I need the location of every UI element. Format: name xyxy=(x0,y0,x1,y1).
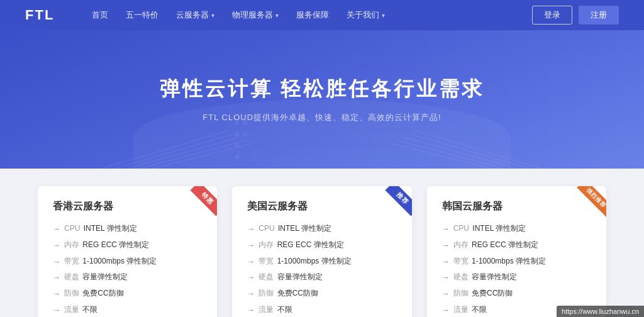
feature-text: 内存 REG ECC 弹性制定 xyxy=(64,240,149,250)
feature-cpu-hk: → CPU INTEL 弹性制定 xyxy=(53,223,202,235)
feature-text: 带宽 1-1000mbps 弹性制定 xyxy=(453,256,546,267)
badge-label-kr: 强烈推荐 xyxy=(577,186,606,218)
nav-logo[interactable]: FTL xyxy=(25,7,54,23)
url-bar: https://www.liuzhanwu.cn xyxy=(557,306,644,317)
feature-ram-us: → 内存 REG ECC 弹性制定 xyxy=(247,240,396,251)
feature-text: 流量 不限 xyxy=(453,304,487,315)
nav-item-about[interactable]: 关于我们 ▾ xyxy=(347,9,385,21)
card-kr: 强烈推荐 韩国云服务器 → CPU INTEL 弹性制定 → 内存 REG EC… xyxy=(427,186,606,317)
feature-text: 带宽 1-1000mbps 弹性制定 xyxy=(64,256,157,267)
feature-text: CPU INTEL 弹性制定 xyxy=(453,223,526,234)
card-hk: 特惠 香港云服务器 → CPU INTEL 弹性制定 → 内存 REG ECC … xyxy=(38,186,217,317)
svg-point-17 xyxy=(243,132,247,136)
arrow-icon: → xyxy=(442,240,450,251)
card-features-kr: → CPU INTEL 弹性制定 → 内存 REG ECC 弹性制定 → 带宽 … xyxy=(442,223,591,317)
card-badge-kr: 强烈推荐 xyxy=(569,186,606,224)
arrow-icon: → xyxy=(442,224,450,235)
nav-item-cloud[interactable]: 云服务器 ▾ xyxy=(176,9,214,21)
navbar: FTL 首页 五一特价 云服务器 ▾ 物理服务器 ▾ 服务保障 关于我们 ▾ 登… xyxy=(0,0,644,30)
nav-item-support[interactable]: 服务保障 xyxy=(296,9,329,21)
feature-text: 内存 REG ECC 弹性制定 xyxy=(258,240,343,250)
feature-bandwidth-us: → 带宽 1-1000mbps 弹性制定 xyxy=(247,256,396,267)
feature-text: 流量 不限 xyxy=(258,304,292,315)
arrow-icon: → xyxy=(53,289,60,299)
arrow-icon: → xyxy=(247,257,255,267)
feature-text: 防御 免费CC防御 xyxy=(453,288,513,299)
arrow-icon: → xyxy=(442,272,450,283)
feature-text: CPU INTEL 弹性制定 xyxy=(64,223,137,234)
arrow-icon: → xyxy=(53,224,60,235)
svg-rect-13 xyxy=(228,152,416,161)
badge-label-us: 推荐 xyxy=(385,186,412,216)
nav-buttons: 登录 注册 xyxy=(532,6,619,25)
feature-cpu-us: → CPU INTEL 弹性制定 xyxy=(247,223,396,235)
nav-item-sale[interactable]: 五一特价 xyxy=(126,9,158,21)
arrow-icon: → xyxy=(442,257,450,267)
feature-ddos-kr: → 防御 免费CC防御 xyxy=(442,288,591,299)
arrow-icon: → xyxy=(53,305,60,316)
cards-section: 特惠 香港云服务器 → CPU INTEL 弹性制定 → 内存 REG ECC … xyxy=(0,169,644,317)
feature-ddos-us: → 防御 免费CC防御 xyxy=(247,288,396,299)
feature-disk-kr: → 硬盘 容量弹性制定 xyxy=(442,272,591,283)
feature-ram-kr: → 内存 REG ECC 弹性制定 xyxy=(442,240,591,251)
badge-label-hk: 特惠 xyxy=(191,186,218,216)
svg-rect-12 xyxy=(228,141,416,150)
feature-traffic-us: → 流量 不限 xyxy=(247,304,396,316)
feature-bandwidth-hk: → 带宽 1-1000mbps 弹性制定 xyxy=(53,256,202,267)
chevron-down-icon: ▾ xyxy=(275,12,279,19)
nav-links: 首页 五一特价 云服务器 ▾ 物理服务器 ▾ 服务保障 关于我们 ▾ xyxy=(92,9,532,21)
card-features-hk: → CPU INTEL 弹性制定 → 内存 REG ECC 弹性制定 → 带宽 … xyxy=(53,223,202,317)
card-badge-hk: 特惠 xyxy=(179,186,217,224)
login-button[interactable]: 登录 xyxy=(532,6,572,25)
svg-line-0 xyxy=(102,131,228,169)
feature-traffic-hk: → 流量 不限 xyxy=(53,304,202,316)
svg-line-7 xyxy=(404,137,517,169)
svg-rect-11 xyxy=(228,130,416,138)
feature-bandwidth-kr: → 带宽 1-1000mbps 弹性制定 xyxy=(442,256,591,267)
svg-line-2 xyxy=(127,137,240,169)
feature-text: CPU INTEL 弹性制定 xyxy=(258,223,331,234)
hero-title: 弹性云计算 轻松胜任各行业需求 xyxy=(160,75,485,103)
card-features-us: → CPU INTEL 弹性制定 → 内存 REG ECC 弹性制定 → 带宽 … xyxy=(247,223,396,317)
feature-text: 硬盘 容量弹性制定 xyxy=(453,272,517,282)
svg-point-19 xyxy=(235,155,239,158)
feature-text: 硬盘 容量弹性制定 xyxy=(64,272,128,282)
hero-section: 弹性云计算 轻松胜任各行业需求 FTL CLOUD提供海外卓越、快速、稳定、高效… xyxy=(0,30,644,169)
svg-point-18 xyxy=(235,143,239,147)
arrow-icon: → xyxy=(53,240,60,251)
card-us: 推荐 美国云服务器 → CPU INTEL 弹性制定 → 内存 REG ECC … xyxy=(232,186,411,317)
feature-disk-hk: → 硬盘 容量弹性制定 xyxy=(53,272,202,283)
arrow-icon: → xyxy=(53,257,60,267)
arrow-icon: → xyxy=(247,272,255,283)
feature-text: 防御 免费CC防御 xyxy=(258,288,318,299)
nav-item-physical[interactable]: 物理服务器 ▾ xyxy=(232,9,279,21)
feature-text: 内存 REG ECC 弹性制定 xyxy=(453,240,538,250)
feature-disk-us: → 硬盘 容量弹性制定 xyxy=(247,272,396,283)
arrow-icon: → xyxy=(53,272,60,283)
svg-point-16 xyxy=(235,132,239,136)
svg-line-5 xyxy=(416,131,542,169)
card-badge-us: 推荐 xyxy=(374,186,412,224)
arrow-icon: → xyxy=(442,305,450,316)
feature-text: 带宽 1-1000mbps 弹性制定 xyxy=(258,256,351,267)
feature-ram-hk: → 内存 REG ECC 弹性制定 xyxy=(53,240,202,251)
feature-text: 硬盘 容量弹性制定 xyxy=(258,272,322,282)
hero-subtitle: FTL CLOUD提供海外卓越、快速、稳定、高效的云计算产品! xyxy=(203,112,441,123)
arrow-icon: → xyxy=(247,305,255,316)
arrow-icon: → xyxy=(247,289,255,299)
arrow-icon: → xyxy=(247,240,255,251)
feature-cpu-kr: → CPU INTEL 弹性制定 xyxy=(442,223,591,235)
chevron-down-icon: ▾ xyxy=(211,12,214,19)
arrow-icon: → xyxy=(247,224,255,235)
chevron-down-icon: ▾ xyxy=(382,12,385,19)
feature-text: 流量 不限 xyxy=(64,304,97,315)
feature-ddos-hk: → 防御 免费CC防御 xyxy=(53,288,202,299)
feature-text: 防御 免费CC防御 xyxy=(64,288,124,299)
register-button[interactable]: 注册 xyxy=(579,6,619,25)
nav-item-home[interactable]: 首页 xyxy=(92,9,108,21)
arrow-icon: → xyxy=(442,289,450,299)
